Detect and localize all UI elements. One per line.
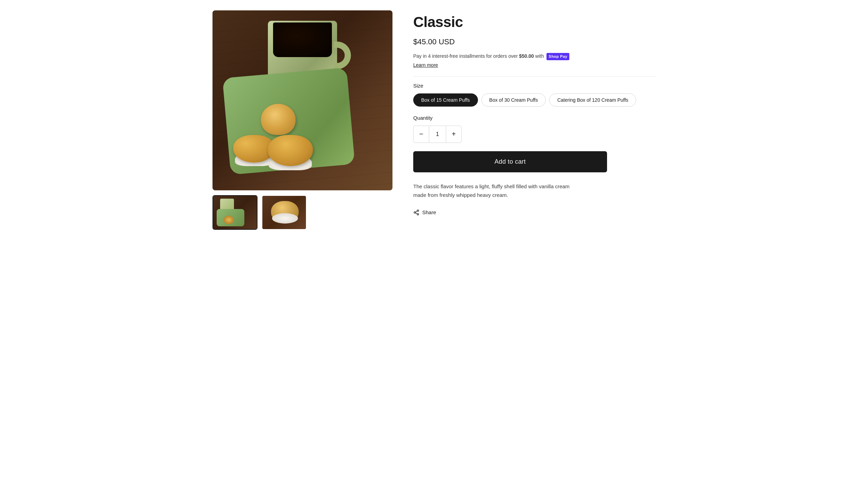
thumb2-cream	[272, 213, 298, 224]
thumbnail-1[interactable]	[213, 195, 257, 230]
quantity-control: − 1 +	[413, 126, 462, 143]
product-photo-canvas	[213, 10, 392, 190]
shop-pay-badge: Shop Pay	[546, 53, 569, 60]
installment-with: with	[535, 53, 545, 59]
share-icon	[413, 209, 419, 216]
thumb-canvas-2	[262, 196, 306, 229]
quantity-increment-button[interactable]: +	[446, 126, 461, 143]
size-option-catering[interactable]: Catering Box of 120 Cream Puffs	[549, 93, 636, 107]
coffee-interior	[273, 22, 332, 57]
cream-puff-whole	[261, 104, 296, 135]
svg-line-4	[415, 211, 417, 212]
installment-info: Pay in 4 interest-free installments for …	[413, 53, 655, 60]
installment-text: Pay in 4 interest-free installments for …	[413, 53, 518, 59]
learn-more-link[interactable]: Learn more	[413, 62, 655, 68]
size-label: Size	[413, 83, 655, 89]
cream-puff-half-right	[268, 135, 313, 166]
quantity-label: Quantity	[413, 115, 655, 121]
product-price: $45.00 USD	[413, 37, 655, 46]
share-button[interactable]: Share	[413, 209, 436, 216]
divider-1	[413, 76, 655, 76]
size-option-box15[interactable]: Box of 15 Cream Puffs	[413, 93, 478, 107]
svg-line-3	[415, 213, 417, 214]
thumb-puff	[224, 216, 234, 224]
installment-amount: $50.00	[519, 53, 534, 59]
main-product-image	[213, 10, 392, 190]
size-options: Box of 15 Cream Puffs Box of 30 Cream Pu…	[413, 93, 655, 107]
size-option-box30[interactable]: Box of 30 Cream Puffs	[481, 93, 546, 107]
product-title: Classic	[413, 14, 655, 30]
gallery-section	[213, 10, 392, 230]
product-description: The classic flavor features a light, flu…	[413, 182, 579, 200]
add-to-cart-button[interactable]: Add to cart	[413, 151, 607, 172]
thumbnail-row	[213, 195, 392, 230]
quantity-value: 1	[429, 126, 446, 143]
thumbnail-2[interactable]	[262, 195, 307, 230]
page-wrapper: Classic $45.00 USD Pay in 4 interest-fre…	[192, 0, 676, 240]
product-section: Classic $45.00 USD Pay in 4 interest-fre…	[413, 10, 655, 216]
share-label: Share	[422, 209, 436, 215]
thumb-canvas-1	[213, 196, 257, 229]
quantity-decrement-button[interactable]: −	[414, 126, 429, 143]
